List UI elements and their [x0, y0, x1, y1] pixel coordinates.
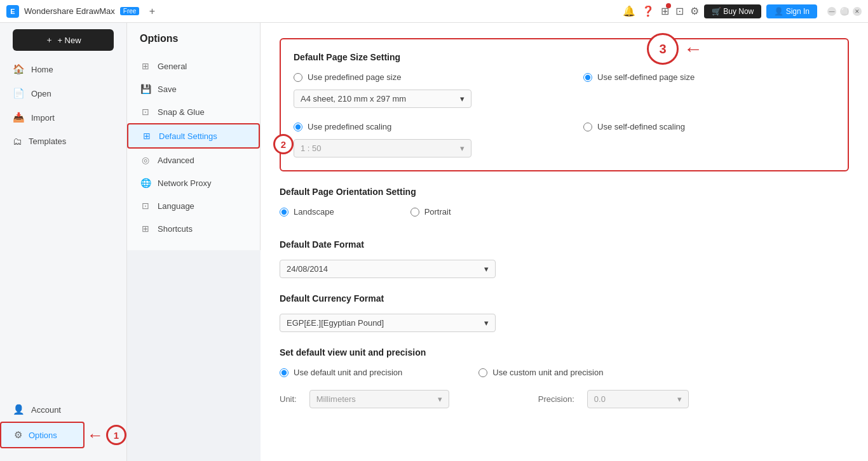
- option-item-shortcuts[interactable]: ⊞ Shortcuts: [127, 217, 260, 240]
- annotation-circle-3: 3: [647, 33, 679, 65]
- app-name: Wondershare EdrawMax: [24, 6, 115, 16]
- title-bar-icons: 🔔 ❓ ⊞ ⊡ ⚙: [623, 5, 699, 17]
- annotation-arrow-3: ←: [684, 39, 703, 58]
- sidebar-label-account: Account: [31, 405, 61, 415]
- sidebar-item-templates[interactable]: 🗂 Templates: [0, 130, 126, 153]
- orientation-title: Default Page Orientation Setting: [280, 187, 849, 197]
- selfdefined-page-radio-row: Use self-defined page size: [583, 72, 835, 82]
- sidebar-item-account[interactable]: 👤 Account: [0, 398, 126, 422]
- unit-precision-row: Unit: Millimeters ▾ Precision: 0.0 ▾: [280, 390, 849, 408]
- defaultsettings-icon: ⊞: [141, 131, 153, 141]
- option-item-general[interactable]: ⊞ General: [127, 55, 260, 77]
- selfdefined-scaling-radio[interactable]: [583, 123, 592, 131]
- precision-dropdown-arrow: ▾: [677, 394, 682, 404]
- sidebar-item-home[interactable]: 🏠 Home: [0, 57, 126, 81]
- default-unit-label: Use default unit and precision: [294, 368, 402, 377]
- predefined-scaling-label: Use predefined scaling: [308, 122, 391, 131]
- custom-unit-radio-row: Use custom unit and precision: [478, 368, 603, 377]
- option-item-networkproxy[interactable]: 🌐 Network Proxy: [127, 171, 260, 194]
- date-format-dropdown[interactable]: 24/08/2014 ▾: [280, 260, 496, 278]
- page-size-radios: Use predefined page size A4 sheet, 210 m…: [294, 72, 835, 117]
- content-wrapper: 3 ← Default Page Size Setting Use predef…: [261, 23, 868, 461]
- scaling-dropdown[interactable]: 1 : 50 ▾: [294, 139, 471, 157]
- selfdefined-page-label: Use self-defined page size: [597, 72, 695, 82]
- sign-in-button[interactable]: 👤 Sign In: [766, 4, 817, 18]
- option-item-defaultsettings[interactable]: ⊞ Default Settings: [127, 123, 260, 149]
- annotation-circle-1: 1: [106, 425, 126, 445]
- new-button[interactable]: ＋ + New: [13, 29, 114, 51]
- import-icon: 📥: [13, 112, 25, 123]
- dropdown-arrow-icon: ▾: [460, 94, 465, 104]
- currency-dropdown-arrow: ▾: [484, 318, 489, 328]
- sidebar-label-options: Options: [29, 431, 57, 440]
- account-icon: 👤: [13, 404, 25, 415]
- open-icon: 📄: [13, 88, 25, 99]
- predefined-page-radio[interactable]: [294, 73, 302, 82]
- option-item-save[interactable]: 💾 Save: [127, 77, 260, 100]
- landscape-radio[interactable]: [280, 208, 288, 217]
- page-size-dropdown[interactable]: A4 sheet, 210 mm x 297 mm ▾: [294, 90, 471, 108]
- options-row: ⚙ Options ← 1: [0, 422, 126, 448]
- selfdefined-page-radio[interactable]: [583, 73, 592, 82]
- option-item-snapglue[interactable]: ⊡ Snap & Glue: [127, 100, 260, 123]
- unit-dropdown[interactable]: Millimeters ▾: [309, 390, 449, 408]
- option-item-advanced[interactable]: ◎ Advanced: [127, 149, 260, 171]
- portrait-radio[interactable]: [410, 208, 419, 217]
- sidebar-label-home: Home: [31, 65, 53, 74]
- unit-dropdown-arrow: ▾: [438, 394, 442, 404]
- sidebar-bottom: 👤 Account ⚙ Options ← 1: [0, 391, 126, 455]
- notification-icon[interactable]: 🔔: [623, 5, 635, 17]
- default-unit-radio[interactable]: [280, 368, 288, 377]
- predefined-page-label: Use predefined page size: [308, 72, 401, 82]
- selfdefined-scaling-label: Use self-defined scaling: [597, 122, 685, 131]
- general-icon: ⊞: [140, 61, 151, 71]
- predefined-scaling-radio[interactable]: [294, 123, 302, 131]
- currency-dropdown[interactable]: EGP[£E.][Egyptian Pound] ▾: [280, 314, 496, 332]
- buy-now-button[interactable]: 🛒 Buy Now: [704, 4, 761, 18]
- precision-label: Precision:: [538, 394, 574, 404]
- help-icon[interactable]: ❓: [642, 5, 654, 17]
- sidebar-item-options[interactable]: ⚙ Options: [0, 422, 85, 448]
- options-sidebar: Options ⊞ General 💾 Save ⊡ Snap & Glue ⊞…: [127, 23, 261, 250]
- content-area: Default Page Size Setting Use predefined…: [261, 23, 868, 461]
- minimize-button[interactable]: —: [827, 7, 836, 16]
- settings-icon[interactable]: ⚙: [690, 5, 699, 17]
- currency-section: Default Currency Format EGP[£E.][Egyptia…: [280, 293, 849, 332]
- predefined-page-radio-row: Use predefined page size: [294, 72, 545, 82]
- app-logo: E: [6, 5, 19, 18]
- selfdefined-scaling-radio-row: Use self-defined scaling: [583, 122, 835, 131]
- sidebar-item-open[interactable]: 📄 Open: [0, 81, 126, 105]
- templates-icon: 🗂: [13, 136, 22, 147]
- unit-title: Set default view unit and precision: [280, 347, 849, 357]
- default-settings-wrapper: ⊞ Default Settings ↑: [127, 123, 260, 149]
- shortcuts-icon: ⊞: [140, 224, 151, 234]
- custom-unit-radio[interactable]: [478, 368, 487, 377]
- add-tab-button[interactable]: +: [144, 4, 159, 19]
- page-size-section: Default Page Size Setting Use predefined…: [280, 38, 849, 171]
- close-button[interactable]: ✕: [853, 7, 862, 16]
- home-icon: 🏠: [13, 63, 25, 75]
- maximize-button[interactable]: ⬜: [840, 7, 849, 16]
- sidebar-top: ＋ + New 🏠 Home 📄 Open 📥 Import 🗂 Templat…: [0, 29, 126, 153]
- unit-section: Set default view unit and precision Use …: [280, 347, 849, 408]
- grid-icon[interactable]: ⊞: [661, 5, 669, 17]
- language-icon: ⊡: [140, 201, 151, 211]
- annotation-circle-2: 2: [273, 134, 294, 154]
- share-icon[interactable]: ⊡: [675, 5, 684, 17]
- scaling-dropdown-arrow: ▾: [460, 144, 465, 153]
- predefined-scaling-radio-row: Use predefined scaling: [294, 122, 545, 131]
- default-unit-radio-row: Use default unit and precision: [280, 368, 402, 377]
- date-format-title: Default Date Format: [280, 239, 849, 250]
- portrait-label: Portrait: [424, 207, 451, 217]
- currency-title: Default Currency Format: [280, 293, 849, 304]
- main-layout: ＋ + New 🏠 Home 📄 Open 📥 Import 🗂 Templat…: [0, 23, 868, 461]
- orientation-section: Default Page Orientation Setting Landsca…: [280, 187, 849, 224]
- annotation-arrow-1: ←: [87, 425, 104, 445]
- sidebar-item-import[interactable]: 📥 Import: [0, 105, 126, 130]
- precision-dropdown[interactable]: 0.0 ▾: [587, 390, 689, 408]
- advanced-icon: ◎: [140, 155, 151, 165]
- save-icon: 💾: [140, 84, 151, 94]
- custom-unit-label: Use custom unit and precision: [492, 368, 603, 377]
- option-item-language[interactable]: ⊡ Language: [127, 194, 260, 217]
- options-panel-title: Options: [127, 33, 260, 55]
